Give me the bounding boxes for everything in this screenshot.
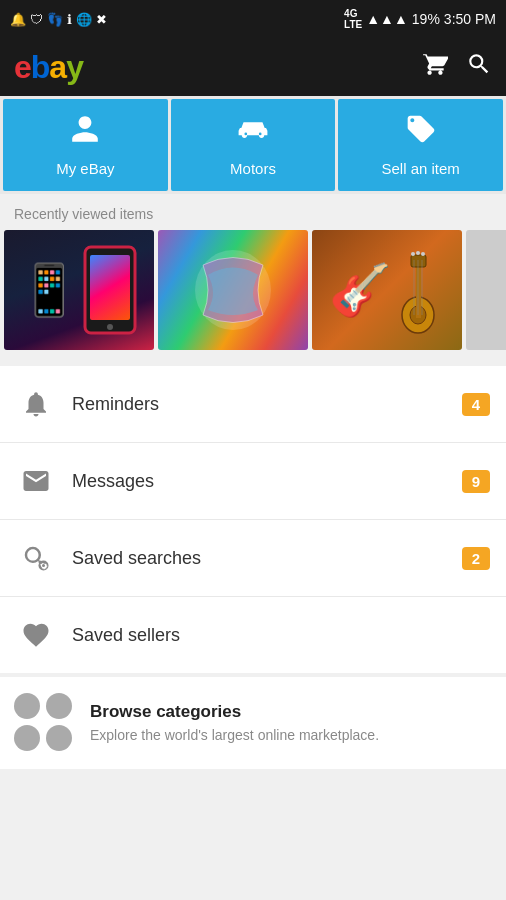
status-icons-left: 🔔 🛡 👣 ℹ 🌐 ✖ xyxy=(10,12,107,27)
recent-item-scarf[interactable] xyxy=(158,230,308,350)
time-label: 3:50 PM xyxy=(444,11,496,27)
search-with-gear-icon xyxy=(16,538,56,578)
tag-icon xyxy=(405,113,437,152)
svg-rect-2 xyxy=(90,255,130,320)
cart-icon[interactable] xyxy=(422,51,448,83)
svg-rect-7 xyxy=(416,260,421,318)
recent-item-phone[interactable] xyxy=(4,230,154,350)
bell-icon xyxy=(16,384,56,424)
saved-sellers-item[interactable]: Saved sellers xyxy=(0,597,506,673)
recently-viewed-list xyxy=(0,230,506,362)
battery-label: 19% xyxy=(412,11,440,27)
envelope-icon xyxy=(16,461,56,501)
recent-item-extra[interactable] xyxy=(466,230,506,350)
saved-sellers-label: Saved sellers xyxy=(72,625,490,646)
browse-categories-title: Browse categories xyxy=(90,702,379,722)
svg-point-14 xyxy=(421,252,425,256)
ebay-logo: ebay xyxy=(14,49,83,86)
sell-label: Sell an item xyxy=(381,160,459,177)
my-ebay-label: My eBay xyxy=(56,160,114,177)
browse-categories-icon xyxy=(14,693,74,753)
recent-item-guitar[interactable] xyxy=(312,230,462,350)
svg-point-3 xyxy=(107,324,113,330)
reminders-item[interactable]: Reminders 4 xyxy=(0,366,506,443)
sell-button[interactable]: Sell an item xyxy=(338,99,503,191)
shield-icon: 🛡 xyxy=(30,12,43,27)
saved-searches-label: Saved searches xyxy=(72,548,462,569)
signal-icon: ▲▲▲ xyxy=(366,11,408,27)
saved-searches-badge: 2 xyxy=(462,547,490,570)
info-icon: ℹ xyxy=(67,12,72,27)
status-right: 4GLTE ▲▲▲ 19% 3:50 PM xyxy=(344,8,496,30)
messages-badge: 9 xyxy=(462,470,490,493)
network-label: 4GLTE xyxy=(344,8,362,30)
motors-button[interactable]: Motors xyxy=(171,99,336,191)
app-header: ebay xyxy=(0,38,506,96)
messages-item[interactable]: Messages 9 xyxy=(0,443,506,520)
browse-categories-section[interactable]: Browse categories Explore the world's la… xyxy=(0,677,506,769)
svg-point-13 xyxy=(416,251,420,255)
person-icon xyxy=(69,113,101,152)
svg-point-16 xyxy=(42,564,45,567)
recently-viewed-label: Recently viewed items xyxy=(0,194,506,230)
car-icon xyxy=(235,113,271,152)
status-bar: 🔔 🛡 👣 ℹ 🌐 ✖ 4GLTE ▲▲▲ 19% 3:50 PM xyxy=(0,0,506,38)
close-icon: ✖ xyxy=(96,12,107,27)
svg-point-12 xyxy=(411,252,415,256)
header-icons xyxy=(422,51,492,83)
messages-label: Messages xyxy=(72,471,462,492)
browse-categories-text: Browse categories Explore the world's la… xyxy=(90,702,379,744)
footprint-icon: 👣 xyxy=(47,12,63,27)
globe-icon: 🌐 xyxy=(76,12,92,27)
heart-icon xyxy=(16,615,56,655)
reminders-badge: 4 xyxy=(462,393,490,416)
my-ebay-button[interactable]: My eBay xyxy=(3,99,168,191)
nav-buttons: My eBay Motors Sell an item xyxy=(0,96,506,194)
reminders-label: Reminders xyxy=(72,394,462,415)
notification-icon: 🔔 xyxy=(10,12,26,27)
browse-categories-description: Explore the world's largest online marke… xyxy=(90,726,379,744)
menu-list: Reminders 4 Messages 9 Saved searches 2 xyxy=(0,366,506,673)
saved-searches-item[interactable]: Saved searches 2 xyxy=(0,520,506,597)
search-icon[interactable] xyxy=(466,51,492,83)
motors-label: Motors xyxy=(230,160,276,177)
svg-rect-8 xyxy=(411,255,426,267)
